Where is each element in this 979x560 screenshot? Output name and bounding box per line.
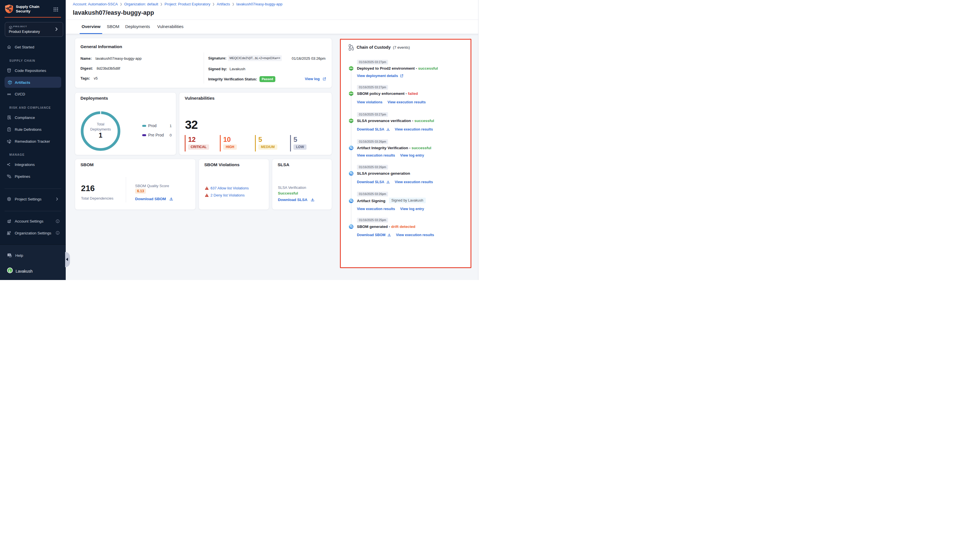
svg-text:?: ? bbox=[8, 254, 10, 256]
